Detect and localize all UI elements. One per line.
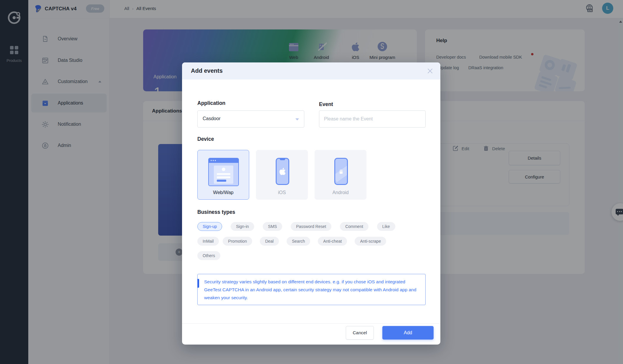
note-text: Security strategy varies slightly based … [204,278,419,302]
chip-sms[interactable]: SMS [263,222,282,231]
business-types-row-3: Others [197,251,220,260]
event-name-input[interactable] [319,110,426,128]
business-types-row-1: Sign-up Sign-in SMS Password Reset Comme… [197,222,395,231]
chip-anti-scrape[interactable]: Anti-scrape [355,237,386,246]
modal-title: Add events [191,67,223,74]
device-option-web-wap[interactable]: Web/Wap [197,150,249,200]
add-events-modal: Add events Application Event Casdoor Dev… [182,62,440,345]
chip-deal[interactable]: Deal [260,237,279,246]
note-accent-bar [197,279,199,288]
chip-password-reset[interactable]: Password Reset [291,222,331,231]
chip-sign-up[interactable]: Sign-up [197,222,222,231]
android-phone-illustration-icon [334,158,348,185]
chip-inmail[interactable]: InMail [197,237,219,246]
event-label: Event [319,101,333,107]
business-types-label: Business types [197,209,235,215]
security-note: Security strategy varies slightly based … [197,274,426,305]
chip-like[interactable]: Like [377,222,395,231]
modal-footer: Cancel Add [182,323,440,345]
application-select-value: Casdoor [203,116,220,121]
device-option-label: Android [315,190,366,195]
chip-anti-cheat[interactable]: Anti-cheat [318,237,347,246]
close-icon[interactable] [427,68,433,74]
cancel-button[interactable]: Cancel [346,326,374,340]
chip-search[interactable]: Search [287,237,310,246]
chevron-down-icon [295,118,299,120]
add-button[interactable]: Add [382,326,434,340]
browser-illustration-icon [208,158,239,186]
business-types-row-2: InMail Promotion Deal Search Anti-cheat … [197,237,386,246]
application-select[interactable]: Casdoor [197,110,304,128]
device-option-label: iOS [256,190,308,195]
device-option-label: Web/Wap [198,190,249,195]
device-label: Device [197,136,214,142]
modal-header: Add events [182,62,440,80]
device-option-ios[interactable]: iOS [256,150,308,200]
device-option-android[interactable]: Android [315,150,366,200]
application-label: Application [197,100,225,106]
iphone-illustration-icon [276,158,289,185]
chip-others[interactable]: Others [197,251,220,260]
chip-promotion[interactable]: Promotion [223,237,252,246]
chip-comment[interactable]: Comment [340,222,368,231]
chip-sign-in[interactable]: Sign-in [231,222,254,231]
